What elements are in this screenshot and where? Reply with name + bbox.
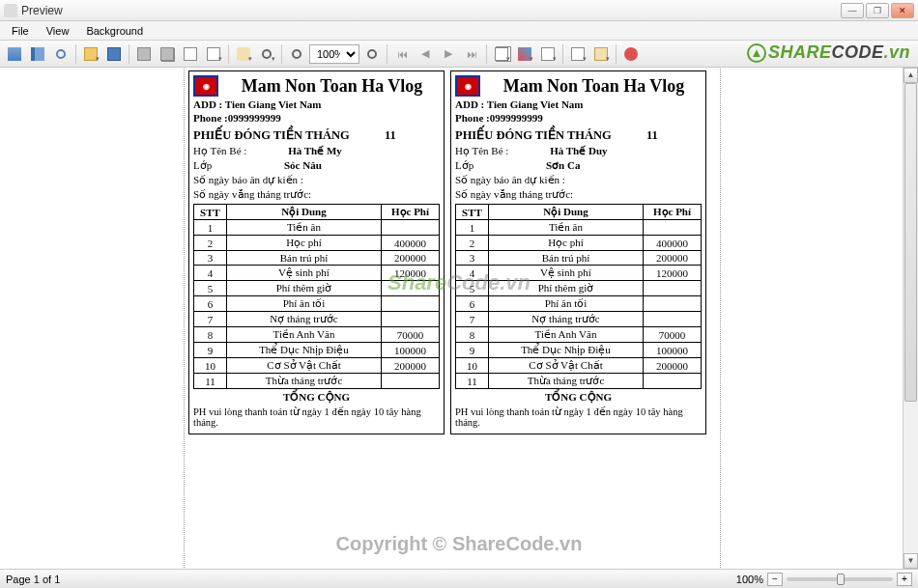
open-button[interactable] <box>80 43 101 65</box>
preview-workspace: ◉Mam Non Toan Ha VlogADD : Tien Giang Vi… <box>0 68 903 569</box>
table-row: 5Phí thêm giờ <box>194 281 440 296</box>
fee-table: STTNội DungHọc Phí1Tiền ăn2Học phí400000… <box>193 204 440 389</box>
zoom-slider-thumb[interactable] <box>837 574 845 585</box>
zoom-out-button[interactable] <box>286 43 307 65</box>
close-preview-button[interactable] <box>620 43 642 65</box>
window-title: Preview <box>21 4 841 17</box>
scroll-up-button[interactable]: ▲ <box>904 68 918 83</box>
quick-print-button[interactable] <box>157 43 178 65</box>
print-button[interactable] <box>133 43 155 65</box>
next-page-button[interactable]: ▶ <box>438 43 459 65</box>
watermark-button[interactable] <box>537 43 559 65</box>
page-indicator: Page 1 of 1 <box>6 574 60 585</box>
school-title: Mam Non Toan Ha Vlog <box>224 77 440 96</box>
prev-page-button[interactable]: ◀ <box>415 43 436 65</box>
page-setup-button[interactable] <box>180 43 201 65</box>
school-title: Mam Non Toan Ha Vlog <box>486 77 702 96</box>
maximize-button[interactable]: ❐ <box>866 3 889 18</box>
table-row: 11Thừa tháng trước <box>194 374 440 389</box>
school-logo: ◉ <box>193 75 218 97</box>
table-row: 6Phí ăn tối <box>456 296 702 312</box>
last-page-button[interactable]: ⏭ <box>461 43 482 65</box>
table-row: 1Tiền ăn <box>456 220 702 236</box>
hand-tool-button[interactable] <box>233 43 254 65</box>
scroll-track[interactable] <box>904 83 918 553</box>
zoom-label: 100% <box>736 574 763 585</box>
fee-table: STTNội DungHọc Phí1Tiền ăn2Học phí400000… <box>455 204 702 389</box>
zoom-tool-button[interactable] <box>256 43 277 65</box>
table-row: 11Thừa tháng trước <box>456 374 702 389</box>
table-row: 1Tiền ăn <box>194 220 440 236</box>
brand-watermark: SHARECODE.vn <box>747 42 910 63</box>
table-row: 3Bán trú phí200000 <box>456 251 702 266</box>
app-icon <box>4 4 17 17</box>
table-row: 10Cơ Sở Vật Chất200000 <box>456 358 702 374</box>
bookmarks-button[interactable] <box>27 43 48 65</box>
menu-background[interactable]: Background <box>78 23 151 39</box>
zoom-in-status-button[interactable]: + <box>897 573 912 586</box>
menu-file[interactable]: File <box>4 23 37 39</box>
first-page-button[interactable]: ⏮ <box>391 43 413 65</box>
table-row: 5Phí thêm giờ <box>456 281 702 296</box>
table-row: 8Tiền Anh Văn70000 <box>456 327 702 343</box>
statusbar: Page 1 of 1 100% − + <box>0 569 918 588</box>
table-row: 10Cơ Sở Vật Chất200000 <box>194 358 440 374</box>
table-row: 7Nợ tháng trước <box>194 312 440 327</box>
search-button[interactable] <box>50 43 72 65</box>
school-logo: ◉ <box>455 75 480 97</box>
table-row: 9Thể Dục Nhịp Điệu100000 <box>456 343 702 358</box>
table-row: 4Vệ sinh phí120000 <box>194 266 440 281</box>
scroll-down-button[interactable]: ▼ <box>904 553 918 569</box>
table-row: 6Phí ăn tối <box>194 296 440 312</box>
thumbnails-button[interactable] <box>4 43 25 65</box>
export-doc-button[interactable] <box>567 43 588 65</box>
table-row: 2Học phí400000 <box>194 236 440 251</box>
document-page: ◉Mam Non Toan Ha VlogADD : Tien Giang Vi… <box>184 68 721 569</box>
zoom-slider[interactable] <box>787 577 893 581</box>
zoom-dropdown[interactable]: 100% <box>309 44 359 64</box>
table-row: 8Tiền Anh Văn70000 <box>194 327 440 343</box>
menu-view[interactable]: View <box>39 23 77 39</box>
zoom-out-status-button[interactable]: − <box>767 573 783 586</box>
table-row: 4Vệ sinh phí120000 <box>456 266 702 281</box>
toolbar: 100% ⏮ ◀ ▶ ⏭ SHARECODE.vn <box>0 41 918 68</box>
payment-slip: ◉Mam Non Toan Ha VlogADD : Tien Giang Vi… <box>188 70 445 434</box>
minimize-button[interactable]: — <box>841 3 864 18</box>
brand-icon <box>747 43 766 63</box>
titlebar: Preview — ❐ ✕ <box>0 0 918 21</box>
layout-button[interactable] <box>203 43 224 65</box>
table-row: 2Học phí400000 <box>456 236 702 251</box>
zoom-in-button[interactable] <box>361 43 383 65</box>
close-button[interactable]: ✕ <box>891 3 914 18</box>
table-row: 3Bán trú phí200000 <box>194 251 440 266</box>
vertical-scrollbar[interactable]: ▲ ▼ <box>903 68 918 569</box>
color-button[interactable] <box>514 43 535 65</box>
export-mail-button[interactable] <box>590 43 612 65</box>
multipage-button[interactable] <box>491 43 512 65</box>
payment-slip: ◉Mam Non Toan Ha VlogADD : Tien Giang Vi… <box>450 70 706 434</box>
scroll-thumb[interactable] <box>904 83 917 402</box>
table-row: 9Thể Dục Nhịp Điệu100000 <box>194 343 440 358</box>
save-button[interactable] <box>103 43 125 65</box>
menubar: File View Background <box>0 21 918 41</box>
table-row: 7Nợ tháng trước <box>456 312 702 327</box>
